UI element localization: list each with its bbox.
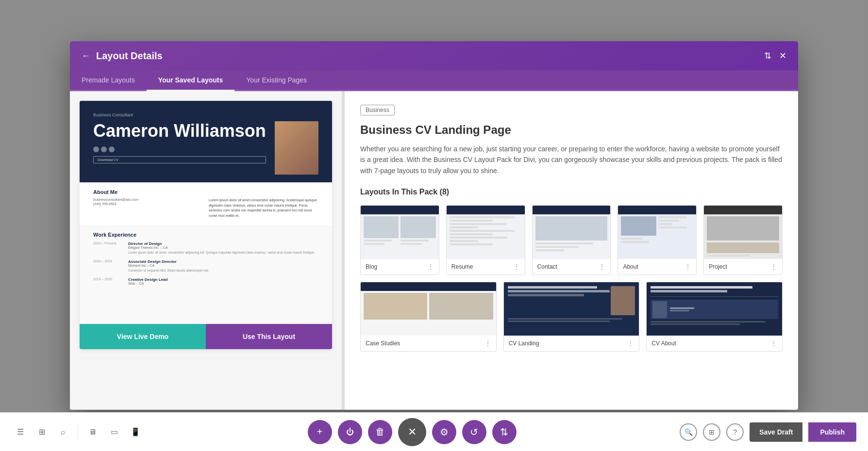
layout-card-resume: Resume ⋮	[446, 205, 525, 275]
modal-overlay: ☰ ⊞ ⌕ 🖥 ▭ 📱 + ⏻ 🗑 ✕ ⚙ ↺ ⇅ 🔍 ⊞ ? Save Dra…	[0, 0, 868, 451]
layout-button[interactable]: ⇅	[492, 420, 517, 444]
layout-card-blog-name: Blog	[366, 263, 377, 270]
settings-button[interactable]: ⚙	[432, 420, 456, 444]
layouts-heading: Layouts In This Pack (8)	[360, 188, 783, 196]
view-demo-button[interactable]: View Live Demo	[80, 324, 206, 349]
layout-card-blog: Blog ⋮	[360, 205, 439, 275]
modal-header: ← Layout Details ⇅ ✕	[70, 41, 798, 70]
layout-card-cv3-dots[interactable]: ⋮	[770, 339, 777, 347]
layouts-grid-row1: Blog ⋮	[360, 205, 783, 275]
layout-card-cv2-name: CV Landing	[509, 340, 539, 347]
preview-actions: View Live Demo Use This Layout	[80, 324, 332, 349]
modal-body: Business Consultant Cameron Williamson D…	[70, 91, 798, 410]
tab-existing-pages[interactable]: Your Existing Pages	[234, 70, 318, 91]
layout-card-resume-footer: Resume ⋮	[447, 259, 525, 274]
layout-card-blog-footer: Blog ⋮	[361, 259, 439, 274]
grid-right-button[interactable]: ⊞	[703, 423, 720, 441]
layout-card-about-dots[interactable]: ⋮	[684, 263, 691, 271]
layout-card-project-name: Project	[709, 263, 727, 270]
desktop-view-button[interactable]: 🖥	[84, 423, 101, 441]
toolbar-separator	[78, 425, 78, 439]
preview-panel: Business Consultant Cameron Williamson D…	[70, 91, 342, 410]
tab-saved-layouts[interactable]: Your Saved Layouts	[147, 70, 235, 91]
cv-about-title: About Me	[93, 189, 318, 195]
grid-view-button[interactable]: ⊞	[33, 423, 50, 441]
power-button[interactable]: ⏻	[338, 420, 362, 444]
details-title: Business CV Landing Page	[360, 123, 783, 137]
layout-card-cv3-name: CV About	[651, 340, 676, 347]
layout-card-project-dots[interactable]: ⋮	[770, 263, 777, 271]
layout-card-resume-dots[interactable]: ⋮	[513, 263, 520, 271]
publish-button[interactable]: Publish	[808, 422, 856, 442]
save-draft-button[interactable]: Save Draft	[750, 422, 802, 442]
layout-card-contact-name: Contact	[537, 263, 557, 270]
layout-thumb-cases	[361, 282, 496, 336]
cv-small-label: Business Consultant	[93, 113, 318, 117]
history-button[interactable]: ↺	[462, 420, 486, 444]
layout-thumb-resume	[447, 206, 525, 259]
preview-image: Business Consultant Cameron Williamson D…	[80, 101, 332, 324]
modal-header-right: ⇅ ✕	[764, 50, 786, 61]
close-modal-button[interactable]: ✕	[779, 50, 786, 61]
layouts-grid-row2: Case Studies ⋮	[360, 282, 783, 352]
category-tag: Business	[360, 105, 395, 115]
add-module-button[interactable]: +	[308, 420, 332, 444]
cv-person-name: Cameron Williamson	[93, 121, 266, 141]
delete-button[interactable]: 🗑	[368, 420, 392, 444]
layout-card-cv3: CV About ⋮	[646, 282, 783, 352]
layout-card-about-footer: About ⋮	[618, 259, 696, 274]
toolbar-left: ☰ ⊞ ⌕ 🖥 ▭ 📱	[12, 423, 144, 441]
layout-card-project: Project ⋮	[703, 205, 783, 275]
layout-thumb-cv3	[647, 282, 782, 336]
search-toolbar-button[interactable]: ⌕	[54, 423, 72, 441]
bottom-toolbar: ☰ ⊞ ⌕ 🖥 ▭ 📱 + ⏻ 🗑 ✕ ⚙ ↺ ⇅ 🔍 ⊞ ? Save Dra…	[0, 412, 868, 451]
layout-card-cases-footer: Case Studies ⋮	[361, 336, 496, 351]
layout-card-cv2-dots[interactable]: ⋮	[627, 339, 634, 347]
cv-download-btn: Download CV	[93, 156, 266, 163]
help-button[interactable]: ?	[726, 423, 744, 441]
cv-photo	[275, 121, 318, 175]
back-button[interactable]: ←	[82, 51, 90, 61]
modal-header-left: ← Layout Details	[82, 50, 163, 62]
layout-card-contact-footer: Contact ⋮	[533, 259, 611, 274]
layout-card-cv3-footer: CV About ⋮	[647, 336, 782, 351]
layout-card-about-name: About	[623, 263, 638, 270]
layout-card-contact: Contact ⋮	[532, 205, 611, 275]
layout-thumb-cv2	[504, 282, 639, 336]
layout-thumb-project	[704, 206, 782, 259]
toolbar-center: + ⏻ 🗑 ✕ ⚙ ↺ ⇅	[308, 418, 517, 446]
layout-card-contact-dots[interactable]: ⋮	[599, 263, 605, 271]
layout-details-modal: ← Layout Details ⇅ ✕ Premade Layouts You…	[70, 41, 798, 410]
layout-card-project-footer: Project ⋮	[704, 259, 782, 274]
layout-card-blog-dots[interactable]: ⋮	[427, 263, 434, 271]
menu-icon-button[interactable]: ☰	[12, 423, 29, 441]
details-description: Whether you are searching for a new job,…	[360, 144, 783, 176]
layout-card-about: About ⋮	[618, 205, 697, 275]
layout-card-cases: Case Studies ⋮	[360, 282, 497, 352]
details-panel: Business Business CV Landing Page Whethe…	[345, 91, 798, 410]
layout-card-cases-dots[interactable]: ⋮	[484, 339, 491, 347]
layout-thumb-contact	[533, 206, 611, 259]
layout-card-cv2: CV Landing ⋮	[503, 282, 640, 352]
tabs-bar: Premade Layouts Your Saved Layouts Your …	[70, 70, 798, 91]
tab-premade-layouts[interactable]: Premade Layouts	[70, 70, 147, 91]
layout-card-resume-name: Resume	[451, 263, 473, 270]
layout-thumb-blog	[361, 206, 439, 259]
use-layout-button[interactable]: Use This Layout	[206, 324, 332, 349]
layout-card-cases-name: Case Studies	[366, 340, 400, 347]
close-builder-button[interactable]: ✕	[398, 418, 426, 446]
preview-card: Business Consultant Cameron Williamson D…	[80, 101, 332, 349]
search-right-button[interactable]: 🔍	[680, 423, 697, 441]
modal-title: Layout Details	[96, 50, 163, 62]
layout-thumb-about	[618, 206, 696, 259]
tablet-view-button[interactable]: ▭	[105, 423, 123, 441]
sort-icon-button[interactable]: ⇅	[764, 50, 771, 61]
mobile-view-button[interactable]: 📱	[127, 423, 144, 441]
layout-card-cv2-footer: CV Landing ⋮	[504, 336, 639, 351]
cv-work-title: Work Experience	[93, 232, 318, 238]
toolbar-right: 🔍 ⊞ ? Save Draft Publish	[680, 422, 856, 442]
